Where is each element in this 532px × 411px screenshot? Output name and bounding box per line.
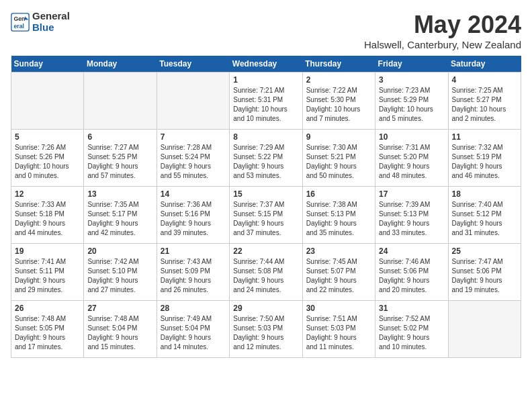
- day-number: 8: [233, 132, 298, 142]
- calendar-cell: 14Sunrise: 7:36 AM Sunset: 5:16 PM Dayli…: [157, 187, 229, 244]
- header: Gen eral General Blue May 2024 Halswell,…: [11, 11, 521, 50]
- location-title: Halswell, Canterbury, New Zealand: [364, 39, 521, 50]
- calendar-cell: 28Sunrise: 7:49 AM Sunset: 5:04 PM Dayli…: [157, 301, 229, 358]
- day-number: 19: [15, 246, 80, 256]
- calendar-table: SundayMondayTuesdayWednesdayThursdayFrid…: [11, 56, 521, 358]
- day-number: 12: [15, 189, 80, 199]
- day-number: 14: [161, 189, 226, 199]
- calendar-cell: 20Sunrise: 7:42 AM Sunset: 5:10 PM Dayli…: [84, 244, 157, 301]
- day-number: 24: [379, 246, 444, 256]
- header-row: SundayMondayTuesdayWednesdayThursdayFrid…: [11, 56, 521, 73]
- day-header-tuesday: Tuesday: [157, 56, 229, 73]
- week-row-2: 12Sunrise: 7:33 AM Sunset: 5:18 PM Dayli…: [11, 187, 521, 244]
- cell-info: Sunrise: 7:52 AM Sunset: 5:02 PM Dayligh…: [379, 314, 444, 352]
- calendar-cell: 2Sunrise: 7:22 AM Sunset: 5:30 PM Daylig…: [302, 73, 375, 130]
- calendar-cell: 30Sunrise: 7:51 AM Sunset: 5:03 PM Dayli…: [302, 301, 375, 358]
- day-number: 23: [306, 246, 371, 256]
- cell-info: Sunrise: 7:48 AM Sunset: 5:04 PM Dayligh…: [87, 314, 152, 352]
- day-header-saturday: Saturday: [448, 56, 521, 73]
- logo: Gen eral General Blue: [11, 11, 70, 33]
- calendar-cell: 16Sunrise: 7:38 AM Sunset: 5:13 PM Dayli…: [302, 187, 375, 244]
- calendar-cell: 18Sunrise: 7:40 AM Sunset: 5:12 PM Dayli…: [448, 187, 521, 244]
- cell-info: Sunrise: 7:35 AM Sunset: 5:17 PM Dayligh…: [87, 200, 152, 238]
- cell-info: Sunrise: 7:37 AM Sunset: 5:15 PM Dayligh…: [233, 200, 298, 238]
- calendar-cell: 25Sunrise: 7:47 AM Sunset: 5:06 PM Dayli…: [448, 244, 521, 301]
- day-number: 17: [379, 189, 444, 199]
- day-number: 11: [452, 132, 517, 142]
- day-number: 7: [161, 132, 226, 142]
- day-number: 26: [15, 304, 80, 313]
- cell-info: Sunrise: 7:47 AM Sunset: 5:06 PM Dayligh…: [452, 257, 517, 295]
- calendar-cell: 8Sunrise: 7:29 AM Sunset: 5:22 PM Daylig…: [230, 130, 302, 187]
- cell-info: Sunrise: 7:26 AM Sunset: 5:26 PM Dayligh…: [15, 143, 80, 181]
- day-number: 13: [87, 189, 152, 199]
- calendar-cell: 17Sunrise: 7:39 AM Sunset: 5:13 PM Dayli…: [375, 187, 448, 244]
- calendar-cell: 21Sunrise: 7:43 AM Sunset: 5:09 PM Dayli…: [157, 244, 229, 301]
- cell-info: Sunrise: 7:45 AM Sunset: 5:07 PM Dayligh…: [306, 257, 371, 295]
- day-number: 21: [161, 246, 226, 256]
- cell-info: Sunrise: 7:44 AM Sunset: 5:08 PM Dayligh…: [233, 257, 298, 295]
- day-number: 16: [306, 189, 371, 199]
- cell-info: Sunrise: 7:43 AM Sunset: 5:09 PM Dayligh…: [161, 257, 226, 295]
- cell-info: Sunrise: 7:31 AM Sunset: 5:20 PM Dayligh…: [379, 143, 444, 181]
- calendar-cell: 9Sunrise: 7:30 AM Sunset: 5:21 PM Daylig…: [302, 130, 375, 187]
- calendar-cell: 3Sunrise: 7:23 AM Sunset: 5:29 PM Daylig…: [375, 73, 448, 130]
- day-number: 18: [452, 189, 517, 199]
- cell-info: Sunrise: 7:50 AM Sunset: 5:03 PM Dayligh…: [233, 314, 298, 352]
- calendar-cell: [448, 301, 521, 358]
- cell-info: Sunrise: 7:27 AM Sunset: 5:25 PM Dayligh…: [87, 143, 152, 181]
- day-number: 15: [233, 189, 298, 199]
- day-number: 25: [452, 246, 517, 256]
- day-number: 5: [15, 132, 80, 142]
- month-title: May 2024: [364, 11, 521, 39]
- calendar-cell: 31Sunrise: 7:52 AM Sunset: 5:02 PM Dayli…: [375, 301, 448, 358]
- calendar-cell: [11, 73, 84, 130]
- calendar-cell: 19Sunrise: 7:41 AM Sunset: 5:11 PM Dayli…: [11, 244, 84, 301]
- day-header-sunday: Sunday: [11, 56, 84, 73]
- cell-info: Sunrise: 7:22 AM Sunset: 5:30 PM Dayligh…: [306, 86, 371, 124]
- day-header-friday: Friday: [375, 56, 448, 73]
- week-row-0: 1Sunrise: 7:21 AM Sunset: 5:31 PM Daylig…: [11, 73, 521, 130]
- cell-info: Sunrise: 7:25 AM Sunset: 5:27 PM Dayligh…: [452, 86, 517, 124]
- calendar-cell: [157, 73, 229, 130]
- cell-info: Sunrise: 7:36 AM Sunset: 5:16 PM Dayligh…: [161, 200, 226, 238]
- day-number: 20: [87, 246, 152, 256]
- calendar-cell: 10Sunrise: 7:31 AM Sunset: 5:20 PM Dayli…: [375, 130, 448, 187]
- day-number: 1: [233, 75, 298, 85]
- day-number: 30: [306, 304, 371, 313]
- calendar-cell: 22Sunrise: 7:44 AM Sunset: 5:08 PM Dayli…: [230, 244, 302, 301]
- cell-info: Sunrise: 7:38 AM Sunset: 5:13 PM Dayligh…: [306, 200, 371, 238]
- calendar-cell: 6Sunrise: 7:27 AM Sunset: 5:25 PM Daylig…: [84, 130, 157, 187]
- cell-info: Sunrise: 7:51 AM Sunset: 5:03 PM Dayligh…: [306, 314, 371, 352]
- day-number: 10: [379, 132, 444, 142]
- cell-info: Sunrise: 7:40 AM Sunset: 5:12 PM Dayligh…: [452, 200, 517, 238]
- calendar-cell: 15Sunrise: 7:37 AM Sunset: 5:15 PM Dayli…: [230, 187, 302, 244]
- week-row-4: 26Sunrise: 7:48 AM Sunset: 5:05 PM Dayli…: [11, 301, 521, 358]
- calendar-cell: 24Sunrise: 7:46 AM Sunset: 5:06 PM Dayli…: [375, 244, 448, 301]
- calendar-cell: 1Sunrise: 7:21 AM Sunset: 5:31 PM Daylig…: [230, 73, 302, 130]
- day-number: 6: [87, 132, 152, 142]
- calendar-cell: 29Sunrise: 7:50 AM Sunset: 5:03 PM Dayli…: [230, 301, 302, 358]
- day-number: 4: [452, 75, 517, 85]
- calendar-cell: 5Sunrise: 7:26 AM Sunset: 5:26 PM Daylig…: [11, 130, 84, 187]
- day-number: 3: [379, 75, 444, 85]
- calendar-cell: 23Sunrise: 7:45 AM Sunset: 5:07 PM Dayli…: [302, 244, 375, 301]
- cell-info: Sunrise: 7:46 AM Sunset: 5:06 PM Dayligh…: [379, 257, 444, 295]
- day-header-monday: Monday: [84, 56, 157, 73]
- day-number: 2: [306, 75, 371, 85]
- day-number: 28: [161, 304, 226, 313]
- calendar-cell: 13Sunrise: 7:35 AM Sunset: 5:17 PM Dayli…: [84, 187, 157, 244]
- day-number: 22: [233, 246, 298, 256]
- cell-info: Sunrise: 7:39 AM Sunset: 5:13 PM Dayligh…: [379, 200, 444, 238]
- day-header-thursday: Thursday: [302, 56, 375, 73]
- day-number: 9: [306, 132, 371, 142]
- cell-info: Sunrise: 7:49 AM Sunset: 5:04 PM Dayligh…: [161, 314, 226, 352]
- day-header-wednesday: Wednesday: [230, 56, 302, 73]
- calendar-cell: 12Sunrise: 7:33 AM Sunset: 5:18 PM Dayli…: [11, 187, 84, 244]
- cell-info: Sunrise: 7:32 AM Sunset: 5:19 PM Dayligh…: [452, 143, 517, 181]
- cell-info: Sunrise: 7:41 AM Sunset: 5:11 PM Dayligh…: [15, 257, 80, 295]
- calendar-cell: 26Sunrise: 7:48 AM Sunset: 5:05 PM Dayli…: [11, 301, 84, 358]
- cell-info: Sunrise: 7:30 AM Sunset: 5:21 PM Dayligh…: [306, 143, 371, 181]
- calendar-cell: 11Sunrise: 7:32 AM Sunset: 5:19 PM Dayli…: [448, 130, 521, 187]
- svg-text:Gen: Gen: [13, 15, 25, 22]
